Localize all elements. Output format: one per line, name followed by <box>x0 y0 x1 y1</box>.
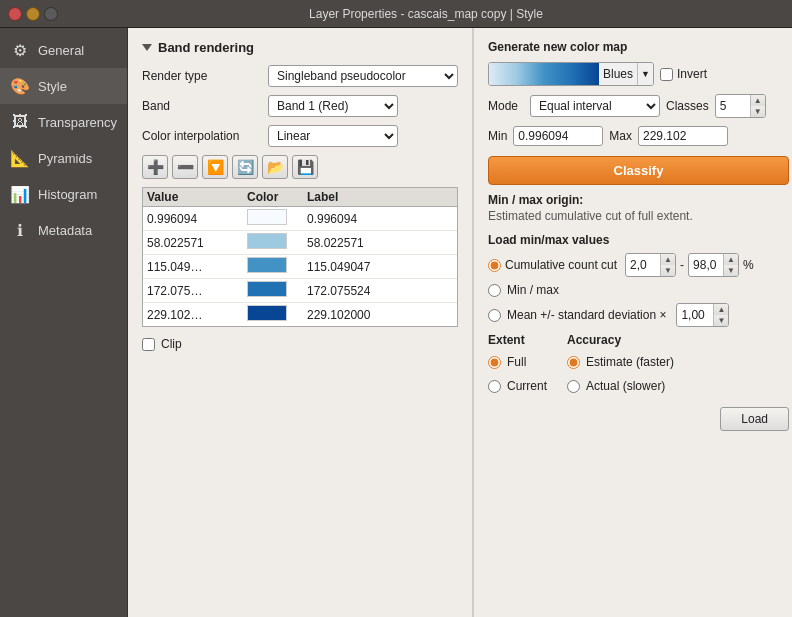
sidebar-item-metadata[interactable]: ℹ Metadata <box>0 212 127 248</box>
cell-color <box>247 233 307 252</box>
load-minmax-label: Load min/max values <box>488 233 789 247</box>
metadata-icon: ℹ <box>10 220 30 240</box>
cumulative-max-input[interactable] <box>689 256 723 274</box>
cell-label: 0.996094 <box>307 212 453 226</box>
cell-value: 0.996094 <box>147 212 247 226</box>
sidebar-label-histogram: Histogram <box>38 187 97 202</box>
refresh-button[interactable]: 🔄 <box>232 155 258 179</box>
sidebar-item-transparency[interactable]: 🖼 Transparency <box>0 104 127 140</box>
load-button[interactable]: Load <box>720 407 789 431</box>
actual-radio-row: Actual (slower) <box>567 379 674 393</box>
extent-col: Extent Full Current <box>488 333 547 399</box>
table-row[interactable]: 229.102… 229.102000 <box>143 303 457 326</box>
move-down-button[interactable]: 🔽 <box>202 155 228 179</box>
mean-std-input[interactable] <box>677 306 713 324</box>
sidebar-label-style: Style <box>38 79 67 94</box>
table-row[interactable]: 58.022571 58.022571 <box>143 231 457 255</box>
mean-std-label[interactable]: Mean +/- standard deviation × <box>507 308 666 322</box>
classify-button[interactable]: Classify <box>488 156 789 185</box>
maximize-button[interactable] <box>44 7 58 21</box>
full-label[interactable]: Full <box>507 355 526 369</box>
max-label: Max <box>609 129 632 143</box>
cummin-down-button[interactable]: ▼ <box>661 265 675 276</box>
color-interpolation-select[interactable]: Linear Discrete Exact <box>268 125 398 147</box>
meanstd-up-button[interactable]: ▲ <box>714 304 728 315</box>
band-rendering-label: Band rendering <box>158 40 254 55</box>
minmax-radio-label[interactable]: Min / max <box>507 283 559 297</box>
color-interpolation-row: Color interpolation Linear Discrete Exac… <box>142 125 458 147</box>
sidebar-label-pyramids: Pyramids <box>38 151 92 166</box>
current-label[interactable]: Current <box>507 379 547 393</box>
clip-row: Clip <box>142 337 458 351</box>
current-radio[interactable] <box>488 380 501 393</box>
cummin-up-button[interactable]: ▲ <box>661 254 675 265</box>
close-button[interactable] <box>8 7 22 21</box>
cell-value: 58.022571 <box>147 236 247 250</box>
cell-value: 229.102… <box>147 308 247 322</box>
accuracy-label: Accuracy <box>567 333 674 347</box>
mode-row: Mode Equal interval Quantile Jenks Class… <box>488 94 789 118</box>
remove-button[interactable]: ➖ <box>172 155 198 179</box>
sidebar-label-transparency: Transparency <box>38 115 117 130</box>
table-row[interactable]: 172.075… 172.075524 <box>143 279 457 303</box>
max-input[interactable] <box>638 126 728 146</box>
classes-down-button[interactable]: ▼ <box>751 106 765 117</box>
sidebar-item-style[interactable]: 🎨 Style <box>0 68 127 104</box>
cumulative-label[interactable]: Cumulative count cut <box>505 258 617 272</box>
collapse-icon[interactable] <box>142 44 152 51</box>
sidebar-item-histogram[interactable]: 📊 Histogram <box>0 176 127 212</box>
general-icon: ⚙ <box>10 40 30 60</box>
sidebar-label-general: General <box>38 43 84 58</box>
mode-label: Mode <box>488 99 524 113</box>
table-header: Value Color Label <box>143 188 457 207</box>
cell-value: 172.075… <box>147 284 247 298</box>
minimize-button[interactable] <box>26 7 40 21</box>
cummax-up-button[interactable]: ▲ <box>724 254 738 265</box>
classes-up-button[interactable]: ▲ <box>751 95 765 106</box>
actual-radio[interactable] <box>567 380 580 393</box>
open-button[interactable]: 📂 <box>262 155 288 179</box>
cell-color <box>247 257 307 276</box>
cummax-down-button[interactable]: ▼ <box>724 265 738 276</box>
origin-desc: Estimated cumulative cut of full extent. <box>488 209 789 223</box>
minmax-row: Min Max <box>488 126 789 146</box>
cell-color <box>247 281 307 300</box>
content-area: Band rendering Render type Singleband ps… <box>128 28 792 617</box>
band-rendering-header: Band rendering <box>142 40 458 55</box>
mode-select[interactable]: Equal interval Quantile Jenks <box>530 95 660 117</box>
window-title: Layer Properties - cascais_map copy | St… <box>68 7 784 21</box>
colormap-preview <box>489 63 599 85</box>
actual-label[interactable]: Actual (slower) <box>586 379 665 393</box>
add-button[interactable]: ➕ <box>142 155 168 179</box>
sidebar-item-general[interactable]: ⚙ General <box>0 32 127 68</box>
histogram-icon: 📊 <box>10 184 30 204</box>
clip-checkbox[interactable] <box>142 338 155 351</box>
clip-label[interactable]: Clip <box>161 337 182 351</box>
mean-std-radio[interactable] <box>488 309 501 322</box>
estimate-radio-row: Estimate (faster) <box>567 355 674 369</box>
table-row[interactable]: 0.996094 0.996094 <box>143 207 457 231</box>
estimate-label[interactable]: Estimate (faster) <box>586 355 674 369</box>
col-value: Value <box>147 190 247 204</box>
table-row[interactable]: 115.049… 115.049047 <box>143 255 457 279</box>
main-layout: ⚙ General 🎨 Style 🖼 Transparency 📐 Pyram… <box>0 28 792 617</box>
band-select[interactable]: Band 1 (Red) <box>268 95 398 117</box>
colormap-row: Blues ▼ Invert <box>488 62 789 86</box>
cumulative-radio[interactable] <box>488 259 501 272</box>
band-label: Band <box>142 99 262 113</box>
window-controls[interactable] <box>8 7 58 21</box>
sidebar-item-pyramids[interactable]: 📐 Pyramids <box>0 140 127 176</box>
estimate-radio[interactable] <box>567 356 580 369</box>
minmax-radio[interactable] <box>488 284 501 297</box>
classes-input[interactable] <box>716 97 750 115</box>
cell-label: 115.049047 <box>307 260 453 274</box>
save-button[interactable]: 💾 <box>292 155 318 179</box>
percent-label: % <box>743 258 754 272</box>
colormap-selector[interactable]: Blues ▼ <box>488 62 654 86</box>
cumulative-min-input[interactable] <box>626 256 660 274</box>
invert-checkbox[interactable] <box>660 68 673 81</box>
meanstd-down-button[interactable]: ▼ <box>714 315 728 326</box>
min-input[interactable] <box>513 126 603 146</box>
render-type-select[interactable]: Singleband pseudocolor <box>268 65 458 87</box>
full-radio[interactable] <box>488 356 501 369</box>
